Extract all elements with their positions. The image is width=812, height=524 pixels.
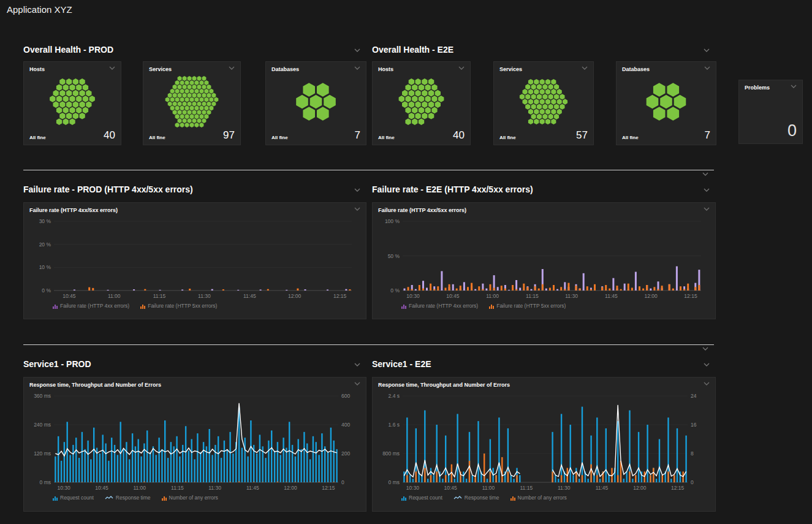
errors-bars-icon — [162, 496, 167, 501]
chevron-down-icon[interactable] — [704, 66, 710, 70]
svg-text:11:15: 11:15 — [526, 293, 539, 299]
section-header-health-prod: Overall Health - PROD — [23, 45, 113, 55]
health-tile-services-e2e[interactable]: Services All fine 57 — [493, 61, 594, 145]
count-value: 7 — [705, 130, 710, 140]
chevron-down-icon[interactable] — [354, 188, 360, 192]
svg-text:11:30: 11:30 — [565, 293, 578, 299]
chevron-down-icon[interactable] — [354, 382, 360, 385]
svg-text:12:00: 12:00 — [288, 293, 302, 299]
chevron-down-icon[interactable] — [354, 48, 360, 52]
svg-text:10:30: 10:30 — [406, 485, 420, 491]
chevron-down-icon[interactable] — [702, 347, 708, 351]
service-e2e-tile[interactable]: Response time, Throughput and Number of … — [372, 377, 716, 512]
section-header-service-prod: Service1 - PROD — [23, 359, 91, 369]
tile-title: Databases — [622, 66, 650, 72]
svg-text:10:45: 10:45 — [63, 293, 76, 299]
legend-label: Failure rate (HTTP 5xx errors) — [496, 303, 566, 309]
health-tile-databases-e2e[interactable]: Databases All fine 7 — [616, 61, 716, 145]
failure-5xx-bars-icon — [489, 304, 494, 309]
section-header-health-e2e: Overall Health - E2E — [372, 45, 453, 55]
svg-text:12:00: 12:00 — [633, 485, 647, 491]
health-tile-services-prod[interactable]: Services All fine 97 — [143, 61, 241, 145]
legend-item: Failure rate (HTTP 5xx errors) — [140, 303, 217, 309]
section-divider — [23, 170, 714, 170]
problems-tile[interactable]: Problems 0 — [738, 80, 803, 144]
svg-text:0 ms: 0 ms — [389, 479, 400, 485]
svg-text:0: 0 — [341, 479, 344, 485]
chevron-down-icon[interactable] — [458, 66, 465, 70]
svg-text:11:30: 11:30 — [208, 485, 221, 491]
svg-text:10:30: 10:30 — [406, 293, 420, 299]
svg-text:240 ms: 240 ms — [34, 422, 51, 428]
svg-text:12:15: 12:15 — [333, 293, 347, 299]
status-label: All fine — [622, 135, 639, 140]
chevron-down-icon[interactable] — [704, 188, 710, 192]
status-label: All fine — [149, 135, 165, 140]
page-title: Application XYZ — [7, 4, 72, 15]
chevron-down-icon[interactable] — [704, 48, 710, 52]
chevron-down-icon[interactable] — [791, 85, 797, 88]
svg-text:11:45: 11:45 — [596, 485, 609, 491]
health-tile-databases-prod[interactable]: Databases All fine 7 — [265, 61, 366, 145]
tile-title: Databases — [271, 66, 299, 72]
chevron-down-icon[interactable] — [582, 66, 588, 70]
chart-legend: Request count Response time Number of an… — [29, 493, 360, 503]
tile-title: Hosts — [29, 66, 45, 72]
chevron-down-icon[interactable] — [702, 172, 708, 176]
tile-title: Problems — [745, 85, 770, 91]
svg-text:30 %: 30 % — [39, 218, 51, 224]
svg-text:10:45: 10:45 — [444, 485, 457, 491]
service-prod-tile[interactable]: Response time, Throughput and Number of … — [23, 377, 366, 512]
failure-4xx-bars-icon — [53, 304, 58, 309]
legend-label: Request count — [409, 495, 442, 501]
chevron-down-icon[interactable] — [229, 66, 235, 70]
service-e2e-chart[interactable]: 0 ms800 ms1.6 s2.4 s08162410:3010:4511:0… — [378, 391, 710, 492]
svg-text:10 %: 10 % — [39, 264, 51, 270]
svg-text:11:15: 11:15 — [153, 293, 166, 299]
svg-text:12:00: 12:00 — [284, 485, 297, 491]
hex-cluster — [271, 75, 360, 128]
legend-label: Failure rate (HTTP 4xx errors) — [409, 303, 478, 309]
legend-label: Response time — [116, 495, 151, 501]
health-tile-hosts-e2e[interactable]: Hosts All fine 40 — [372, 61, 471, 145]
chevron-down-icon[interactable] — [109, 66, 115, 70]
section-header-service-e2e: Service1 - E2E — [372, 359, 431, 369]
status-label: All fine — [499, 135, 516, 140]
svg-text:11:15: 11:15 — [520, 485, 533, 491]
legend-item: Failure rate (HTTP 4xx errors) — [53, 303, 129, 309]
failure-e2e-tile[interactable]: Failure rate (HTTP 4xx/5xx errors) 0 %50… — [372, 202, 716, 319]
failure-e2e-chart[interactable]: 0 %50 %100 %10:3010:4511:0011:1511:3011:… — [378, 216, 710, 300]
status-label: All fine — [378, 135, 395, 140]
svg-text:8: 8 — [691, 450, 694, 457]
failure-prod-tile[interactable]: Failure rate (HTTP 4xx/5xx errors) 0 %10… — [23, 202, 366, 319]
section-header-failure-e2e: Failure rate - E2E (HTTP 4xx/5xx errors) — [372, 184, 533, 194]
svg-text:16: 16 — [691, 422, 697, 428]
svg-text:0 ms: 0 ms — [40, 479, 51, 485]
svg-text:11:15: 11:15 — [171, 485, 184, 491]
svg-text:10:45: 10:45 — [95, 485, 108, 491]
legend-item: Number of any errors — [510, 495, 567, 501]
service-prod-chart[interactable]: 0 ms120 ms240 ms360 ms020040060010:3010:… — [29, 391, 360, 492]
health-tile-hosts-prod[interactable]: Hosts All fine 40 — [23, 61, 121, 145]
chevron-down-icon[interactable] — [704, 382, 710, 385]
chevron-down-icon[interactable] — [704, 207, 710, 211]
chevron-down-icon[interactable] — [354, 207, 360, 211]
legend-item: Response time — [105, 495, 151, 501]
svg-text:360 ms: 360 ms — [34, 393, 51, 399]
chevron-down-icon[interactable] — [354, 66, 360, 70]
chevron-down-icon[interactable] — [704, 363, 710, 366]
chevron-down-icon[interactable] — [354, 363, 360, 366]
svg-text:11:00: 11:00 — [108, 293, 121, 299]
svg-text:2.4 s: 2.4 s — [389, 393, 400, 399]
tile-title: Services — [149, 66, 172, 72]
response-time-line-icon — [105, 495, 113, 501]
svg-text:1.6 s: 1.6 s — [389, 422, 400, 428]
failure-5xx-bars-icon — [140, 304, 145, 309]
svg-text:0 %: 0 % — [390, 287, 400, 294]
tile-title: Failure rate (HTTP 4xx/5xx errors) — [29, 207, 118, 213]
chart-legend: Failure rate (HTTP 4xx errors) Failure r… — [378, 301, 710, 311]
failure-prod-chart[interactable]: 0 %10 %20 %30 %10:4511:0011:1511:3011:45… — [29, 216, 360, 300]
status-label: All fine — [271, 135, 288, 140]
svg-text:100 %: 100 % — [385, 218, 400, 224]
svg-text:0: 0 — [691, 479, 694, 485]
